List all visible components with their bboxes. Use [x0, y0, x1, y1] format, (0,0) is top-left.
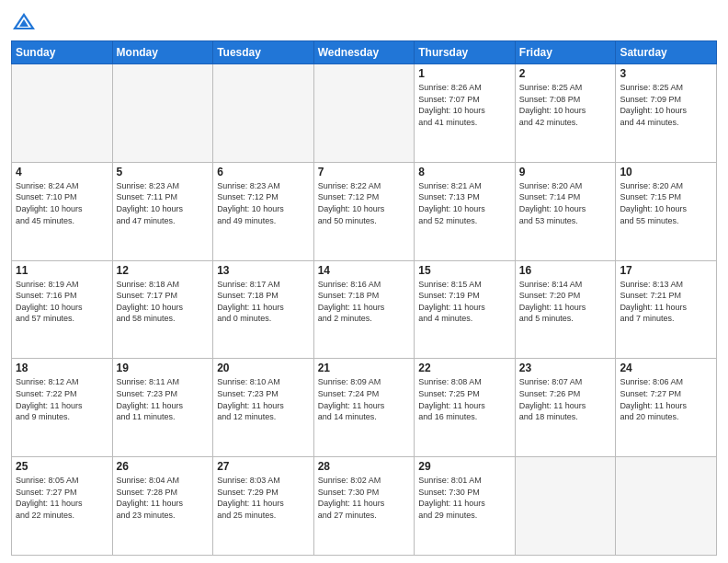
logo-icon — [11, 9, 37, 35]
calendar-cell — [515, 457, 616, 556]
day-number: 3 — [620, 67, 712, 80]
calendar-cell: 13Sunrise: 8:17 AM Sunset: 7:18 PM Dayli… — [213, 260, 314, 359]
week-row-3: 18Sunrise: 8:12 AM Sunset: 7:22 PM Dayli… — [12, 359, 717, 457]
calendar-cell: 22Sunrise: 8:08 AM Sunset: 7:25 PM Dayli… — [415, 359, 516, 457]
day-number: 18 — [16, 362, 108, 374]
calendar-cell: 29Sunrise: 8:01 AM Sunset: 7:30 PM Dayli… — [415, 457, 516, 556]
day-info: Sunrise: 8:19 AM Sunset: 7:16 PM Dayligh… — [16, 279, 108, 325]
weekday-header-thursday: Thursday — [415, 41, 516, 64]
day-number: 25 — [16, 460, 108, 473]
day-info: Sunrise: 8:03 AM Sunset: 7:29 PM Dayligh… — [217, 475, 310, 521]
day-number: 21 — [318, 362, 411, 374]
day-number: 17 — [620, 264, 712, 277]
day-number: 7 — [318, 166, 411, 178]
weekday-header-sunday: Sunday — [12, 41, 113, 64]
calendar-cell: 26Sunrise: 8:04 AM Sunset: 7:28 PM Dayli… — [112, 457, 213, 556]
day-info: Sunrise: 8:20 AM Sunset: 7:15 PM Dayligh… — [620, 180, 712, 226]
day-info: Sunrise: 8:02 AM Sunset: 7:30 PM Dayligh… — [318, 475, 411, 521]
weekday-header-saturday: Saturday — [616, 41, 717, 64]
calendar-cell — [112, 64, 213, 163]
calendar-cell: 7Sunrise: 8:22 AM Sunset: 7:12 PM Daylig… — [313, 162, 415, 260]
day-info: Sunrise: 8:22 AM Sunset: 7:12 PM Dayligh… — [318, 180, 411, 226]
calendar-cell: 28Sunrise: 8:02 AM Sunset: 7:30 PM Dayli… — [313, 457, 415, 556]
calendar-cell — [213, 64, 314, 163]
calendar-cell: 21Sunrise: 8:09 AM Sunset: 7:24 PM Dayli… — [313, 359, 415, 457]
week-row-2: 11Sunrise: 8:19 AM Sunset: 7:16 PM Dayli… — [12, 260, 717, 359]
calendar-cell: 10Sunrise: 8:20 AM Sunset: 7:15 PM Dayli… — [616, 162, 717, 260]
calendar-cell: 15Sunrise: 8:15 AM Sunset: 7:19 PM Dayli… — [415, 260, 516, 359]
calendar-cell: 20Sunrise: 8:10 AM Sunset: 7:23 PM Dayli… — [213, 359, 314, 457]
day-number: 28 — [318, 460, 411, 473]
calendar-header: SundayMondayTuesdayWednesdayThursdayFrid… — [12, 41, 717, 64]
calendar-cell: 17Sunrise: 8:13 AM Sunset: 7:21 PM Dayli… — [616, 260, 717, 359]
calendar-cell: 2Sunrise: 8:25 AM Sunset: 7:08 PM Daylig… — [515, 64, 616, 163]
day-info: Sunrise: 8:12 AM Sunset: 7:22 PM Dayligh… — [16, 376, 108, 422]
weekday-header-row: SundayMondayTuesdayWednesdayThursdayFrid… — [12, 41, 717, 64]
day-info: Sunrise: 8:13 AM Sunset: 7:21 PM Dayligh… — [620, 279, 712, 325]
weekday-header-monday: Monday — [112, 41, 213, 64]
day-info: Sunrise: 8:26 AM Sunset: 7:07 PM Dayligh… — [418, 82, 511, 128]
day-info: Sunrise: 8:01 AM Sunset: 7:30 PM Dayligh… — [418, 475, 511, 521]
day-number: 4 — [16, 166, 108, 178]
day-info: Sunrise: 8:15 AM Sunset: 7:19 PM Dayligh… — [418, 279, 511, 325]
calendar-cell: 8Sunrise: 8:21 AM Sunset: 7:13 PM Daylig… — [415, 162, 516, 260]
day-number: 24 — [620, 362, 712, 374]
page: SundayMondayTuesdayWednesdayThursdayFrid… — [0, 0, 728, 563]
day-number: 11 — [16, 264, 108, 277]
weekday-header-tuesday: Tuesday — [213, 41, 314, 64]
day-number: 23 — [519, 362, 612, 374]
day-number: 9 — [519, 166, 612, 178]
day-number: 15 — [418, 264, 511, 277]
calendar-cell: 5Sunrise: 8:23 AM Sunset: 7:11 PM Daylig… — [112, 162, 213, 260]
day-info: Sunrise: 8:04 AM Sunset: 7:28 PM Dayligh… — [117, 475, 210, 521]
day-info: Sunrise: 8:08 AM Sunset: 7:25 PM Dayligh… — [418, 376, 511, 422]
day-number: 20 — [217, 362, 310, 374]
day-number: 26 — [117, 460, 210, 473]
day-info: Sunrise: 8:25 AM Sunset: 7:09 PM Dayligh… — [620, 82, 712, 128]
day-info: Sunrise: 8:05 AM Sunset: 7:27 PM Dayligh… — [16, 475, 108, 521]
calendar-cell: 27Sunrise: 8:03 AM Sunset: 7:29 PM Dayli… — [213, 457, 314, 556]
calendar-cell: 16Sunrise: 8:14 AM Sunset: 7:20 PM Dayli… — [515, 260, 616, 359]
calendar-cell: 24Sunrise: 8:06 AM Sunset: 7:27 PM Dayli… — [616, 359, 717, 457]
day-number: 2 — [519, 67, 612, 80]
day-info: Sunrise: 8:17 AM Sunset: 7:18 PM Dayligh… — [217, 279, 310, 325]
day-info: Sunrise: 8:10 AM Sunset: 7:23 PM Dayligh… — [217, 376, 310, 422]
day-number: 14 — [318, 264, 411, 277]
header — [11, 9, 717, 35]
day-number: 5 — [117, 166, 210, 178]
day-number: 10 — [620, 166, 712, 178]
calendar-cell: 4Sunrise: 8:24 AM Sunset: 7:10 PM Daylig… — [12, 162, 113, 260]
calendar-cell: 23Sunrise: 8:07 AM Sunset: 7:26 PM Dayli… — [515, 359, 616, 457]
calendar-cell: 11Sunrise: 8:19 AM Sunset: 7:16 PM Dayli… — [12, 260, 113, 359]
day-info: Sunrise: 8:21 AM Sunset: 7:13 PM Dayligh… — [418, 180, 511, 226]
day-number: 27 — [217, 460, 310, 473]
day-info: Sunrise: 8:11 AM Sunset: 7:23 PM Dayligh… — [117, 376, 210, 422]
calendar-cell: 14Sunrise: 8:16 AM Sunset: 7:18 PM Dayli… — [313, 260, 415, 359]
logo — [11, 9, 40, 35]
day-info: Sunrise: 8:18 AM Sunset: 7:17 PM Dayligh… — [117, 279, 210, 325]
calendar-cell: 1Sunrise: 8:26 AM Sunset: 7:07 PM Daylig… — [415, 64, 516, 163]
calendar-cell: 12Sunrise: 8:18 AM Sunset: 7:17 PM Dayli… — [112, 260, 213, 359]
calendar-cell: 6Sunrise: 8:23 AM Sunset: 7:12 PM Daylig… — [213, 162, 314, 260]
day-number: 1 — [418, 67, 511, 80]
weekday-header-wednesday: Wednesday — [313, 41, 415, 64]
day-info: Sunrise: 8:14 AM Sunset: 7:20 PM Dayligh… — [519, 279, 612, 325]
day-number: 22 — [418, 362, 511, 374]
day-number: 8 — [418, 166, 511, 178]
weekday-header-friday: Friday — [515, 41, 616, 64]
calendar-body: 1Sunrise: 8:26 AM Sunset: 7:07 PM Daylig… — [12, 64, 717, 556]
calendar-cell: 3Sunrise: 8:25 AM Sunset: 7:09 PM Daylig… — [616, 64, 717, 163]
calendar-cell — [313, 64, 415, 163]
week-row-1: 4Sunrise: 8:24 AM Sunset: 7:10 PM Daylig… — [12, 162, 717, 260]
calendar: SundayMondayTuesdayWednesdayThursdayFrid… — [11, 40, 717, 556]
day-number: 29 — [418, 460, 511, 473]
day-info: Sunrise: 8:24 AM Sunset: 7:10 PM Dayligh… — [16, 180, 108, 226]
day-number: 13 — [217, 264, 310, 277]
day-info: Sunrise: 8:06 AM Sunset: 7:27 PM Dayligh… — [620, 376, 712, 422]
day-info: Sunrise: 8:20 AM Sunset: 7:14 PM Dayligh… — [519, 180, 612, 226]
day-info: Sunrise: 8:23 AM Sunset: 7:12 PM Dayligh… — [217, 180, 310, 226]
calendar-cell: 18Sunrise: 8:12 AM Sunset: 7:22 PM Dayli… — [12, 359, 113, 457]
calendar-cell: 9Sunrise: 8:20 AM Sunset: 7:14 PM Daylig… — [515, 162, 616, 260]
calendar-cell: 25Sunrise: 8:05 AM Sunset: 7:27 PM Dayli… — [12, 457, 113, 556]
day-info: Sunrise: 8:23 AM Sunset: 7:11 PM Dayligh… — [117, 180, 210, 226]
